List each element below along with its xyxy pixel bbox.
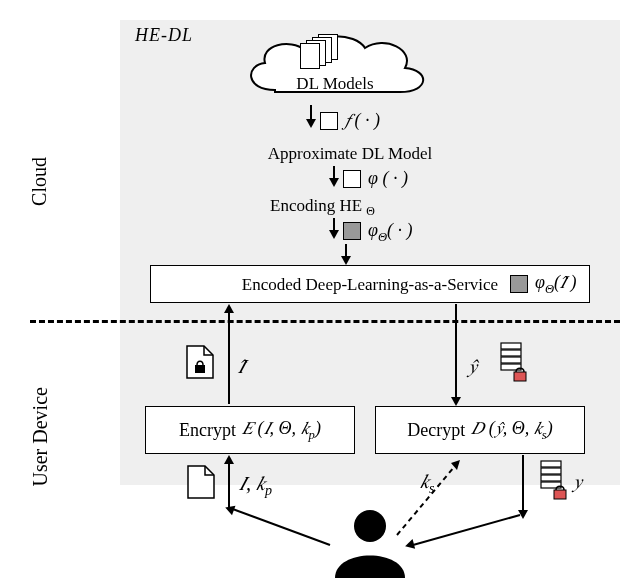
lock-icon (513, 366, 527, 382)
encoding-he-label: Encoding HE Θ (270, 196, 375, 219)
arrowhead-icon (341, 256, 351, 265)
svg-rect-10 (554, 490, 566, 499)
encrypt-box: Encrypt 𝐸 (𝐼, Θ, 𝑘p) (145, 406, 355, 454)
arrowhead-icon (224, 304, 234, 313)
user-section-label: User Device (29, 367, 52, 487)
I-kp-label: 𝐼, 𝑘p (239, 472, 272, 499)
svg-line-15 (413, 515, 520, 545)
encrypt-label: Encrypt (179, 420, 236, 441)
arrowhead-icon (329, 230, 339, 239)
box-phitheta-icon (343, 222, 361, 240)
cloud-section-label: Cloud (28, 157, 51, 206)
svg-rect-6 (541, 461, 561, 467)
f-symbol: 𝑓 ( · ) (345, 110, 380, 131)
svg-rect-5 (514, 372, 526, 381)
document-icon (187, 465, 215, 499)
y-hat-label: 𝑦̂ (468, 355, 477, 378)
decrypt-label: Decrypt (407, 420, 465, 441)
arrowhead-icon (329, 178, 339, 187)
I-hat-label: 𝐼̂ (238, 355, 245, 378)
box-phi-icon (343, 170, 361, 188)
arrow-decrypt-to-user-line (405, 510, 525, 550)
box-phi-I-icon (510, 275, 528, 293)
diagram-canvas: Cloud User Device HE-DL DL Models 𝑓 ( · … (0, 0, 640, 581)
arrow-from-decrypt (522, 455, 524, 512)
dl-models-label: DL Models (280, 74, 390, 94)
phiI: φ (535, 272, 545, 292)
svg-rect-1 (501, 343, 521, 349)
hedl-title: HE-DL (135, 25, 193, 46)
svg-point-11 (354, 510, 386, 542)
decrypt-expr: 𝐷 (𝑦̂, Θ, 𝑘s) (471, 418, 552, 443)
svg-rect-8 (541, 475, 561, 481)
cloud-user-divider (30, 320, 620, 323)
phi-theta-symbol: φΘ( · ) (368, 220, 413, 245)
phiI-sub: Θ (545, 282, 554, 296)
y-label: 𝑦 (573, 470, 582, 493)
approx-dl-label: Approximate DL Model (250, 144, 450, 164)
service-text: Encoded Deep-Learning-as-a-Service (242, 275, 498, 294)
svg-rect-3 (501, 357, 521, 363)
arrow-encrypt-to-service (228, 311, 230, 404)
svg-rect-2 (501, 350, 521, 356)
arrow-user-to-encrypt-line (225, 500, 335, 550)
arrow-service-to-decrypt (455, 304, 457, 399)
decrypt-box: Decrypt 𝐷 (𝑦̂, Θ, 𝑘s) (375, 406, 585, 454)
phi-I-symbol: φΘ(𝐼̂ ) (535, 272, 577, 297)
phi-symbol: φ ( · ) (368, 168, 408, 189)
box-f-icon (320, 112, 338, 130)
phi: φ (368, 220, 378, 240)
lock-icon (553, 484, 567, 500)
encoding-sub: Θ (366, 204, 375, 218)
svg-rect-7 (541, 468, 561, 474)
svg-line-12 (230, 508, 330, 545)
phi-arg: ( · ) (387, 220, 413, 240)
svg-rect-0 (195, 365, 205, 373)
encoding-text: Encoding HE (270, 196, 362, 215)
arrowhead-icon (306, 119, 316, 128)
theta-sub: Θ (378, 230, 387, 244)
arrowhead-icon (224, 455, 234, 464)
phiI-arg: (𝐼̂ ) (554, 272, 577, 292)
encrypt-expr: 𝐸 (𝐼, Θ, 𝑘p) (242, 418, 321, 443)
arrowhead-icon (451, 397, 461, 406)
svg-marker-14 (451, 460, 460, 470)
dl-models-stack-icon (300, 38, 360, 66)
locked-document-icon (186, 345, 214, 379)
